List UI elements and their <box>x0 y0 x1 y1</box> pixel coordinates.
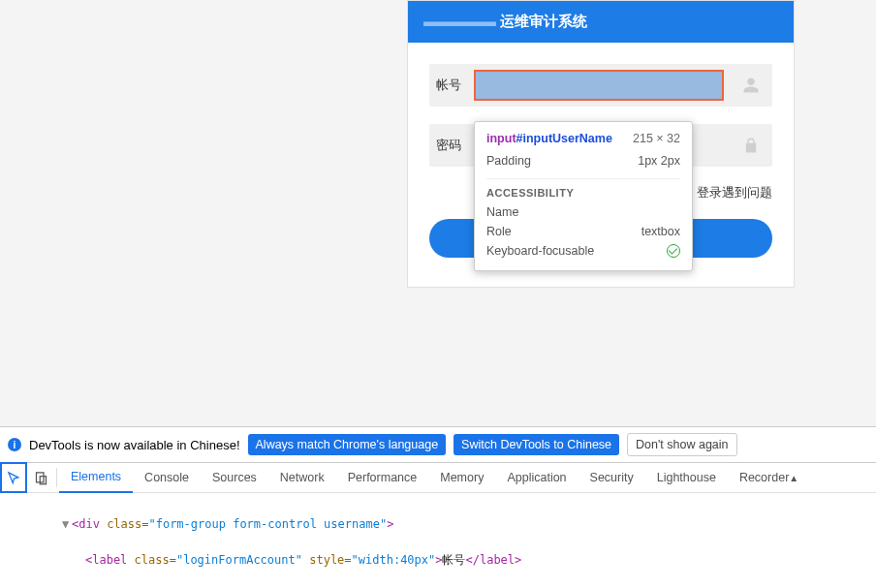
user-icon <box>730 64 772 107</box>
password-label: 密码 <box>429 137 468 154</box>
inspect-tooltip: input#inputUserName 215 × 32 Padding1px … <box>474 121 693 271</box>
tooltip-selector-tag: input <box>486 132 516 145</box>
tooltip-kf-label: Keyboard-focusable <box>486 244 594 258</box>
check-icon <box>667 244 680 258</box>
tab-performance[interactable]: Performance <box>336 462 429 493</box>
switch-devtools-button[interactable]: Switch DevTools to Chinese <box>454 434 619 455</box>
info-icon: i <box>8 438 21 451</box>
elements-panel[interactable]: ▼<div class="form-group form-control use… <box>0 493 876 588</box>
lock-icon <box>730 124 772 167</box>
inspect-element-icon[interactable] <box>0 462 27 493</box>
tooltip-padding-value: 1px 2px <box>638 154 680 168</box>
tab-recorder[interactable]: Recorder ▲ <box>728 462 810 493</box>
username-label: 帐号 <box>429 77 468 94</box>
tooltip-selector-id: #inputUserName <box>516 132 612 145</box>
tooltip-padding-label: Padding <box>486 154 531 168</box>
devtools-tabs: Elements Console Sources Network Perform… <box>0 462 876 493</box>
always-match-button[interactable]: Always match Chrome's language <box>248 434 447 455</box>
devtools-banner: i DevTools is now available in Chinese! … <box>0 426 876 462</box>
tab-sources[interactable]: Sources <box>201 462 268 493</box>
tooltip-name-label: Name <box>486 205 518 219</box>
banner-text: DevTools is now available in Chinese! <box>29 438 240 452</box>
tab-application[interactable]: Application <box>495 462 578 493</box>
tab-network[interactable]: Network <box>268 462 336 493</box>
divider <box>56 468 57 487</box>
dont-show-button[interactable]: Don't show again <box>627 433 737 456</box>
username-input[interactable] <box>474 70 724 101</box>
tooltip-dimensions: 215 × 32 <box>633 132 680 145</box>
device-toggle-icon[interactable] <box>27 462 54 493</box>
login-title: ▬▬▬▬▬ 运维审计系统 <box>408 1 794 43</box>
tab-security[interactable]: Security <box>579 462 645 493</box>
tooltip-role-label: Role <box>486 225 512 238</box>
blur-prefix: ▬▬▬▬▬ <box>423 13 500 29</box>
forgot-link[interactable]: 登录遇到问题 <box>697 185 772 200</box>
tooltip-role-value: textbox <box>641 225 680 238</box>
tab-elements[interactable]: Elements <box>59 462 133 493</box>
username-row: 帐号 <box>429 64 772 107</box>
tooltip-accessibility-header: ACCESSIBILITY <box>486 178 680 199</box>
tab-console[interactable]: Console <box>133 462 201 493</box>
page-background: ▬▬▬▬▬ 运维审计系统 帐号 密码 登录遇到问题 登录 <box>0 0 876 426</box>
tab-memory[interactable]: Memory <box>428 462 495 493</box>
tab-lighthouse[interactable]: Lighthouse <box>645 462 728 493</box>
